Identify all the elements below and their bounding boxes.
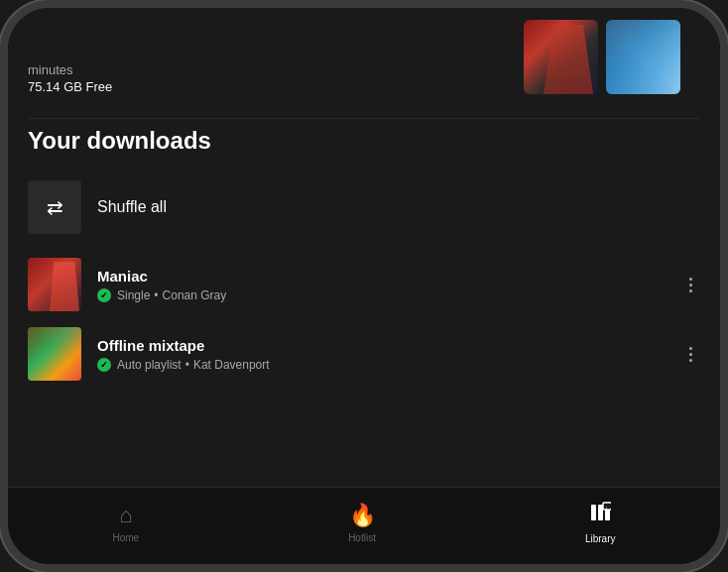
top-section: minutes 75.14 GB Free <box>8 8 720 118</box>
download-item-offline[interactable]: Offline mixtape Auto playlist • Kat Dave… <box>28 319 700 389</box>
section-title: Your downloads <box>28 119 700 155</box>
dot1-maniac <box>689 278 692 281</box>
dot3-offline <box>689 359 692 362</box>
downloads-section: Your downloads ⇄ Shuffle all Maniac Sing… <box>8 119 720 487</box>
item-type-maniac: Single <box>117 288 150 302</box>
minutes-label: minutes <box>28 62 112 77</box>
album-art-maniac <box>524 20 598 94</box>
item-artist-maniac: Conan Gray <box>163 288 227 302</box>
item-type-offline: Auto playlist <box>117 358 182 372</box>
item-separator-offline: • <box>185 358 189 372</box>
dot3-maniac <box>689 289 692 292</box>
top-info: minutes 75.14 GB Free <box>8 8 720 102</box>
shuffle-icon: ⇄ <box>47 195 63 219</box>
dot2-maniac <box>689 284 692 286</box>
hotlist-label: Hotlist <box>348 532 376 543</box>
item-info-offline: Offline mixtape Auto playlist • Kat Dave… <box>97 337 681 372</box>
hotlist-icon: 🔥 <box>349 503 376 528</box>
nav-item-hotlist[interactable]: 🔥 Hotlist <box>328 499 396 547</box>
album-art-conan <box>606 20 680 94</box>
item-thumb-maniac <box>28 258 81 311</box>
item-info-maniac: Maniac Single • Conan Gray <box>97 268 681 302</box>
item-artist-offline: Kat Davenport <box>193 358 270 372</box>
svg-rect-0 <box>591 505 596 520</box>
item-meta-maniac: Single • Conan Gray <box>97 288 681 302</box>
item-separator-maniac: • <box>154 288 158 302</box>
item-title-maniac: Maniac <box>97 268 681 285</box>
dot1-offline <box>689 347 692 350</box>
item-thumb-offline <box>28 327 81 381</box>
screen: minutes 75.14 GB Free Your downloads ⇄ S… <box>8 8 720 564</box>
item-title-offline: Offline mixtape <box>97 337 681 354</box>
item-meta-offline: Auto playlist • Kat Davenport <box>97 358 681 372</box>
shuffle-all-item[interactable]: ⇄ Shuffle all <box>28 171 700 244</box>
downloaded-badge-maniac <box>97 288 111 302</box>
home-icon: ⌂ <box>119 503 132 528</box>
bottom-nav: ⌂ Home 🔥 Hotlist ♪ Library <box>8 487 720 564</box>
library-icon: ♪ <box>589 502 611 529</box>
nav-item-home[interactable]: ⌂ Home <box>92 499 159 547</box>
nav-item-library[interactable]: ♪ Library <box>565 498 636 548</box>
storage-label: 75.14 GB Free <box>28 79 112 94</box>
downloaded-badge-offline <box>97 358 111 372</box>
download-item-maniac[interactable]: Maniac Single • Conan Gray <box>28 250 700 319</box>
home-label: Home <box>112 532 139 543</box>
shuffle-label: Shuffle all <box>97 198 167 216</box>
library-label: Library <box>585 533 616 544</box>
top-text: minutes 75.14 GB Free <box>28 62 112 94</box>
item-more-offline[interactable] <box>681 339 700 370</box>
shuffle-icon-box: ⇄ <box>28 180 81 234</box>
phone-frame: minutes 75.14 GB Free Your downloads ⇄ S… <box>0 0 728 572</box>
dot2-offline <box>689 353 692 356</box>
item-more-maniac[interactable] <box>681 270 700 300</box>
album-art-row <box>504 20 700 94</box>
